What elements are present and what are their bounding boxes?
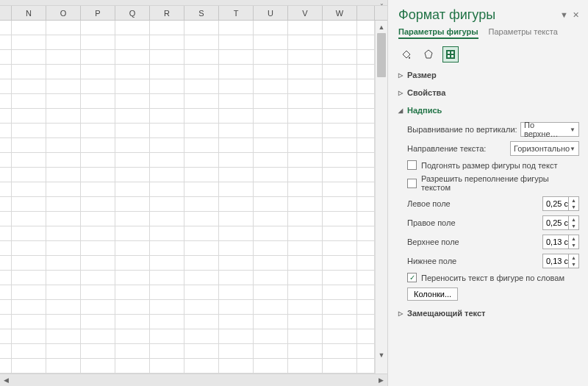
cell[interactable] xyxy=(0,50,12,65)
cell[interactable] xyxy=(357,182,375,197)
right-margin-input[interactable] xyxy=(543,218,568,227)
cell[interactable] xyxy=(12,138,46,153)
scroll-left-button[interactable]: ◀ xyxy=(0,374,12,387)
cell[interactable] xyxy=(12,256,46,271)
cell[interactable] xyxy=(150,197,184,212)
cell[interactable] xyxy=(254,109,288,124)
cell[interactable] xyxy=(219,168,254,182)
cell[interactable] xyxy=(150,153,184,168)
cell[interactable] xyxy=(219,344,254,359)
cell[interactable] xyxy=(288,241,323,256)
tab-text-options[interactable]: Параметры текста xyxy=(489,27,558,39)
cell[interactable] xyxy=(323,344,357,359)
cell[interactable] xyxy=(184,271,219,285)
cell[interactable] xyxy=(46,226,81,241)
cell[interactable] xyxy=(150,329,184,344)
cell[interactable] xyxy=(115,359,150,374)
cell[interactable] xyxy=(0,109,12,124)
cell[interactable] xyxy=(46,241,81,256)
cell[interactable] xyxy=(323,168,357,182)
cell[interactable] xyxy=(81,197,115,212)
cell[interactable] xyxy=(323,197,357,212)
cell[interactable] xyxy=(46,329,81,344)
spin-down-icon[interactable]: ▼ xyxy=(569,223,578,229)
cell[interactable] xyxy=(150,35,184,50)
cell[interactable] xyxy=(0,79,12,94)
effects-icon[interactable] xyxy=(420,46,437,62)
cell[interactable] xyxy=(0,182,12,197)
cell[interactable] xyxy=(254,212,288,226)
cell[interactable] xyxy=(150,256,184,271)
cell[interactable] xyxy=(46,21,81,35)
cell[interactable] xyxy=(81,329,115,344)
cell[interactable] xyxy=(81,271,115,285)
spin-down-icon[interactable]: ▼ xyxy=(569,261,578,268)
section-head-textbox[interactable]: ◢ Надпись xyxy=(398,104,579,117)
cell[interactable] xyxy=(150,315,184,329)
cell[interactable] xyxy=(184,285,219,300)
cell[interactable] xyxy=(12,359,46,374)
cell[interactable] xyxy=(0,35,12,50)
cell[interactable] xyxy=(12,344,46,359)
cell[interactable] xyxy=(81,212,115,226)
cell[interactable] xyxy=(150,226,184,241)
cell[interactable] xyxy=(254,271,288,285)
cell[interactable] xyxy=(323,79,357,94)
cell[interactable] xyxy=(0,168,12,182)
cell[interactable] xyxy=(288,344,323,359)
cell[interactable] xyxy=(357,329,375,344)
cell[interactable] xyxy=(81,315,115,329)
cell[interactable] xyxy=(81,94,115,109)
cell[interactable] xyxy=(254,359,288,374)
cell[interactable] xyxy=(184,65,219,79)
cell[interactable] xyxy=(46,359,81,374)
cell[interactable] xyxy=(357,256,375,271)
cell[interactable] xyxy=(219,359,254,374)
cell[interactable] xyxy=(184,212,219,226)
cell[interactable] xyxy=(115,344,150,359)
cell[interactable] xyxy=(115,94,150,109)
cell[interactable] xyxy=(323,271,357,285)
column-header[interactable]: P xyxy=(81,6,115,20)
cell[interactable] xyxy=(150,138,184,153)
overflow-checkbox[interactable] xyxy=(407,179,417,188)
cell[interactable] xyxy=(0,329,12,344)
autofit-checkbox[interactable] xyxy=(407,160,417,170)
column-header[interactable]: Q xyxy=(115,6,150,20)
cell[interactable] xyxy=(254,138,288,153)
cell[interactable] xyxy=(219,285,254,300)
cell[interactable] xyxy=(254,315,288,329)
column-header[interactable]: T xyxy=(219,6,254,20)
cell[interactable] xyxy=(288,329,323,344)
cell[interactable] xyxy=(219,21,254,35)
cell[interactable] xyxy=(357,241,375,256)
cell[interactable] xyxy=(357,21,375,35)
cell[interactable] xyxy=(115,197,150,212)
cell[interactable] xyxy=(150,94,184,109)
cell[interactable] xyxy=(115,182,150,197)
cell[interactable] xyxy=(46,271,81,285)
top-margin-stepper[interactable]: ▲▼ xyxy=(542,235,579,249)
pane-options-icon[interactable]: ▼ xyxy=(560,10,568,20)
cell[interactable] xyxy=(323,241,357,256)
cell[interactable] xyxy=(46,35,81,50)
cell[interactable] xyxy=(323,35,357,50)
cell[interactable] xyxy=(323,256,357,271)
cell[interactable] xyxy=(254,285,288,300)
spin-up-icon[interactable]: ▲ xyxy=(569,197,578,204)
cell[interactable] xyxy=(81,153,115,168)
column-header[interactable]: S xyxy=(184,6,219,20)
cell[interactable] xyxy=(219,271,254,285)
valign-combo[interactable]: По верхне… ▼ xyxy=(520,122,579,137)
cell[interactable] xyxy=(12,50,46,65)
section-head-size[interactable]: ▷ Размер xyxy=(398,68,579,82)
cell[interactable] xyxy=(288,50,323,65)
cell[interactable] xyxy=(254,300,288,315)
cell[interactable] xyxy=(254,329,288,344)
cell[interactable] xyxy=(219,329,254,344)
cell[interactable] xyxy=(81,344,115,359)
cell[interactable] xyxy=(0,65,12,79)
cell[interactable] xyxy=(12,315,46,329)
cell[interactable] xyxy=(357,124,375,138)
cell[interactable] xyxy=(184,315,219,329)
